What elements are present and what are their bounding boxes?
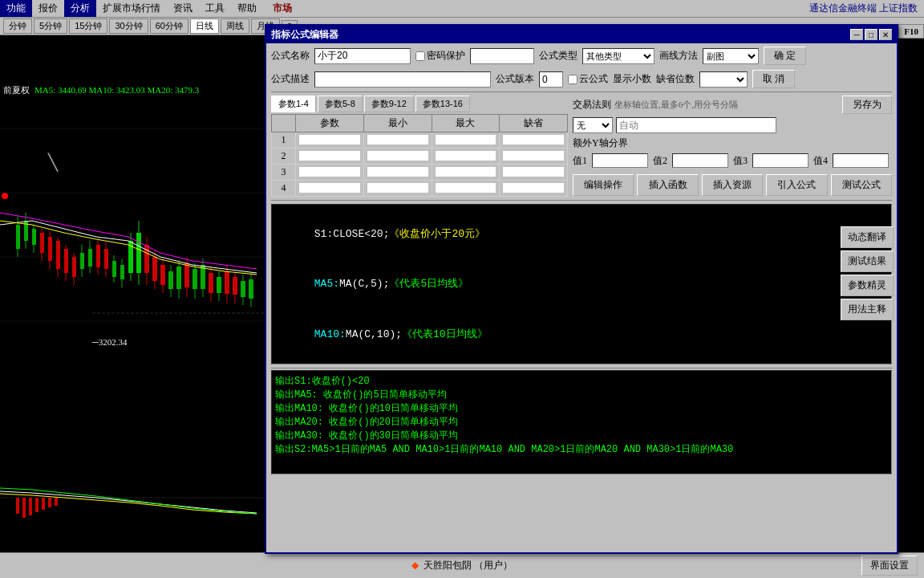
test-results-button[interactable]: 测试结果 [841, 250, 894, 272]
maximize-button[interactable]: □ [865, 29, 877, 40]
param-row-1: 1 [272, 132, 568, 149]
toolbar-1min[interactable]: 分钟 [3, 18, 32, 34]
output-line-5: 输出MA30: 收盘价()的30日简单移动平均 [275, 429, 888, 442]
code-editor[interactable]: S1:CLOSE<20;《收盘价小于20元》 MA5:MA(C,5);《代表5日… [271, 204, 892, 364]
svg-rect-87 [16, 498, 19, 514]
param-3-max[interactable] [436, 167, 496, 177]
formula-type-label: 公式类型 [539, 49, 578, 63]
form-row1: 公式名称 密码保护 公式类型 其他类型 画线方法 副图 确 定 [266, 43, 897, 68]
param-4-max[interactable] [436, 183, 496, 193]
insert-resource-button[interactable]: 插入资源 [702, 174, 763, 196]
toolbar-60min[interactable]: 60分钟 [150, 18, 188, 34]
max-header: 最大 [432, 115, 500, 132]
menu-bar: 功能 报价 分析 扩展市场行情 资讯 工具 帮助 市场 通达信金融终端 上证指数 [0, 0, 924, 18]
menu-item-market[interactable]: 市场 [266, 0, 298, 17]
trade-select-row: 无 [573, 117, 892, 133]
extra-y-row: 额外Y轴分界 [573, 136, 892, 150]
close-button[interactable]: ✕ [879, 29, 892, 40]
param-2-name[interactable] [299, 151, 360, 161]
param-2-default[interactable] [503, 151, 564, 161]
password-input[interactable] [470, 48, 534, 64]
toolbar-weekly[interactable]: 周线 [221, 18, 249, 34]
param-row-2: 2 [272, 149, 568, 165]
import-formula-button[interactable]: 引入公式 [766, 174, 827, 196]
param-2-max[interactable] [436, 151, 496, 161]
separator2 [271, 200, 892, 201]
val1-label: 值1 [573, 154, 587, 168]
formula-desc-label: 公式描述 [271, 72, 310, 86]
settings-button[interactable]: 界面设置 [861, 556, 918, 576]
param-1-name[interactable] [299, 135, 360, 144]
toolbar-5min[interactable]: 5分钟 [34, 18, 67, 34]
val4-input[interactable] [833, 153, 889, 168]
menu-item-tools[interactable]: 工具 [199, 0, 231, 17]
toolbar-30min[interactable]: 30分钟 [109, 18, 148, 34]
output-line-1: 输出S1:收盘价()<20 [275, 374, 888, 388]
another-save-button[interactable]: 另存为 [842, 96, 892, 114]
param-4-name[interactable] [299, 183, 360, 193]
param-2-min[interactable] [367, 151, 428, 161]
param-smart-button[interactable]: 参数精灵 [841, 275, 894, 296]
bottom-icon: ◆ [411, 560, 419, 572]
cloud-formula-checkbox[interactable] [568, 75, 578, 84]
val3-input[interactable] [752, 153, 808, 168]
val1-input[interactable] [592, 153, 648, 168]
menu-item-analysis[interactable]: 分析 [64, 0, 96, 17]
dynamic-translate-button[interactable]: 动态翻译 [841, 226, 894, 248]
menu-item-help[interactable]: 帮助 [231, 0, 263, 17]
menu-item-quote[interactable]: 报价 [32, 0, 64, 17]
param-3-min[interactable] [367, 167, 428, 177]
bottom-text: 天胜阳包阴 （用户） [424, 559, 513, 572]
draw-method-label: 画线方法 [659, 49, 698, 63]
trade-coords-label: 坐标轴位置,最多6个,用分号分隔 [614, 99, 738, 111]
password-label: 密码保护 [427, 49, 465, 63]
right-settings-panel: 交易法则 坐标轴位置,最多6个,用分号分隔 另存为 无 额外Y轴分界 值1 值2… [573, 96, 892, 197]
cloud-formula-label: 云公式 [579, 72, 608, 86]
svg-rect-93 [55, 498, 58, 506]
minimize-button[interactable]: ─ [850, 29, 863, 40]
chart-area: 前夏权 MA5: 3440.69 MA10: 3423.03 MA20: 347… [0, 48, 273, 417]
params-tab-9-12[interactable]: 参数9-12 [364, 96, 414, 112]
param-3-default[interactable] [503, 167, 564, 177]
formula-desc-input[interactable] [314, 71, 491, 88]
f10-badge[interactable]: F10 [898, 24, 924, 39]
password-checkbox[interactable] [415, 51, 425, 61]
toolbar-15min[interactable]: 15分钟 [69, 18, 107, 34]
param-4-min[interactable] [367, 183, 428, 193]
draw-method-select[interactable]: 副图 [703, 48, 759, 64]
formula-name-input[interactable] [314, 48, 411, 64]
code-line-ma10: MA10:MA(C,10);《代表10日均线》 [277, 310, 886, 360]
auto-input[interactable] [616, 117, 776, 133]
param-1-default[interactable] [503, 135, 564, 144]
menu-item-expand[interactable]: 扩展市场行情 [96, 0, 167, 17]
cloud-formula-area: 云公式 [568, 72, 608, 86]
param-1-min[interactable] [367, 135, 428, 144]
params-tab-13-16[interactable]: 参数13-16 [415, 96, 470, 112]
usage-notes-button[interactable]: 用法主释 [841, 299, 894, 320]
menu-item-function[interactable]: 功能 [0, 0, 32, 17]
output-line-2: 输出MA5: 收盘价()的5日简单移动平均 [275, 388, 888, 401]
insert-func-button[interactable]: 插入函数 [637, 174, 698, 196]
menu-item-info[interactable]: 资讯 [167, 0, 199, 17]
param-1-max[interactable] [436, 135, 496, 144]
toolbar-daily[interactable]: 日线 [190, 18, 219, 34]
formula-version-input[interactable] [539, 71, 563, 88]
trade-select[interactable]: 无 [573, 117, 613, 133]
params-tabs: 参数1-4 参数5-8 参数9-12 参数13-16 [271, 96, 568, 112]
params-tab-1-4[interactable]: 参数1-4 [271, 96, 316, 112]
param-4-default[interactable] [503, 183, 564, 193]
confirm-button[interactable]: 确 定 [764, 47, 806, 65]
output-line-3: 输出MA10: 收盘价()的10日简单移动平均 [275, 401, 888, 415]
formula-name-label: 公式名称 [271, 49, 310, 63]
cancel-button[interactable]: 取 消 [752, 70, 795, 88]
param-3-name[interactable] [299, 167, 360, 177]
formula-type-select[interactable]: 其他类型 [582, 48, 654, 64]
edit-ops-button[interactable]: 编辑操作 [573, 174, 634, 196]
test-formula-button[interactable]: 测试公式 [831, 174, 892, 196]
default-digits-select[interactable] [699, 71, 748, 88]
val2-input[interactable] [672, 153, 728, 168]
row-num-3: 3 [272, 165, 296, 181]
val4-label: 值4 [813, 154, 828, 168]
top-right-info: 通达信金融终端 上证指数 [809, 2, 918, 15]
params-tab-5-8[interactable]: 参数5-8 [318, 96, 363, 112]
